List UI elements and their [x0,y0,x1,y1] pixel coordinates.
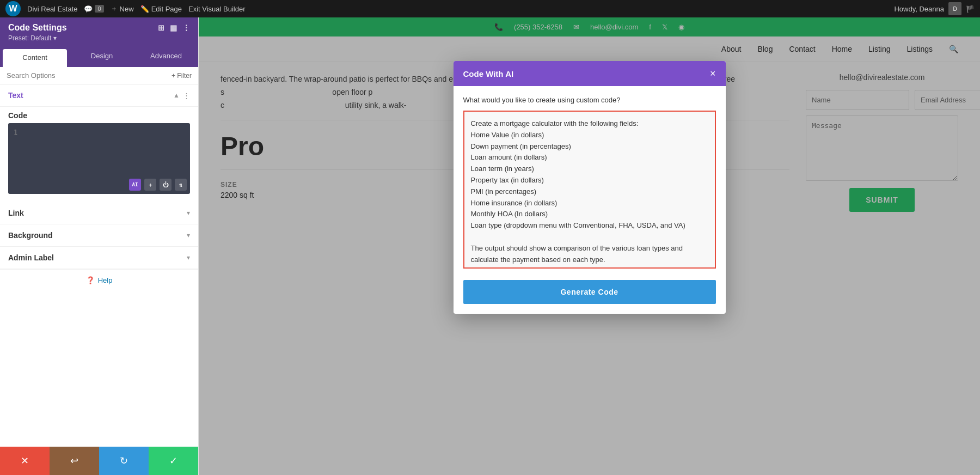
line-number: 1 [14,129,17,136]
code-label: Code [8,111,27,120]
admin-label-title: Admin Label [8,253,54,262]
cancel-icon: ✕ [21,455,29,467]
modal-overlay: Code With AI × What would you like to cr… [199,17,980,475]
link-section-title: Link [8,209,24,217]
ai-modal: Code With AI × What would you like to cr… [454,61,726,314]
text-section-title: Text [8,91,23,100]
wp-admin-bar: W Divi Real Estate 💬 0 ＋ New ✏️ Edit Pag… [0,0,980,17]
background-section-title: Background [8,231,53,240]
bg-collapse-icon[interactable]: ▾ [187,232,190,239]
modal-title: Code With AI [463,69,514,78]
site-name-label: Divi Real Estate [27,5,77,13]
link-section: Link ▾ [0,202,198,224]
modal-footer: Generate Code [454,280,726,314]
panel-bottom-bar: ✕ ↩ ↻ ✓ [0,447,198,475]
close-icon: × [710,68,716,79]
comments-bar-item[interactable]: 💬 0 [84,5,103,13]
preset-chevron: ▾ [53,34,57,42]
ai-icon[interactable]: AI [129,179,141,191]
panel-preset[interactable]: Preset: Default ▾ [8,34,190,42]
text-section: Text ▲ ⋮ [0,84,198,107]
undo-icon: ↩ [70,455,78,467]
left-panel: Code Settings ⊞ ▦ ⋮ Preset: Default ▾ Co… [0,17,199,475]
text-section-header[interactable]: Text ▲ ⋮ [8,91,190,100]
tab-content[interactable]: Content [3,49,67,67]
filter-label: + Filter [171,72,192,80]
preset-text: Preset: Default [8,34,51,42]
edit-page-label: Edit Page [151,5,182,13]
new-label: New [120,5,134,13]
comment-count: 0 [95,5,103,13]
save-icon: ✓ [169,455,177,467]
generate-code-button[interactable]: Generate Code [463,280,716,304]
user-avatar: D [948,2,961,15]
background-section: Background ▾ [0,224,198,247]
section-menu-icon[interactable]: ⋮ [183,92,190,100]
main-layout: Code Settings ⊞ ▦ ⋮ Preset: Default ▾ Co… [0,17,980,475]
panel-title-row: Code Settings ⊞ ▦ ⋮ [8,23,190,33]
code-editor-toolbar: AI ＋ ⏻ ⇅ [129,179,187,191]
undo-button[interactable]: ↩ [50,447,99,475]
add-code-icon[interactable]: ＋ [144,179,156,191]
search-input[interactable] [7,71,167,80]
edit-page-bar-item[interactable]: ✏️ Edit Page [140,5,182,13]
section-collapse-icon[interactable]: ▲ [173,92,180,100]
panel-footer[interactable]: ❓ Help [0,269,198,291]
generate-label: Generate Code [560,288,618,296]
new-bar-item[interactable]: ＋ New [111,4,134,14]
cancel-button[interactable]: ✕ [0,447,50,475]
section-actions: ▲ ⋮ [173,92,190,100]
tab-advanced[interactable]: Advanced [134,46,198,67]
more-icon[interactable]: ⋮ [182,23,190,32]
modal-body: What would you like to create using cust… [454,86,726,280]
panel-search-bar: + Filter [0,67,198,84]
help-label: Help [98,276,113,284]
reorder-icon[interactable]: ⇅ [175,179,187,191]
panel-tabs: Content Design Advanced [0,46,198,67]
help-icon: ❓ [86,276,95,284]
panel-header: Code Settings ⊞ ▦ ⋮ Preset: Default ▾ [0,17,198,46]
panel-spacer [0,291,198,447]
admin-collapse-icon[interactable]: ▾ [187,254,190,261]
power-icon[interactable]: ⏻ [160,179,171,191]
redo-icon: ↻ [120,455,128,467]
save-button[interactable]: ✓ [149,447,198,475]
panel-title-icons: ⊞ ▦ ⋮ [158,23,190,32]
link-collapse-icon[interactable]: ▾ [187,209,190,217]
tab-design[interactable]: Design [70,46,134,67]
admin-label-section: Admin Label ▾ [0,247,198,269]
columns-icon[interactable]: ▦ [170,23,177,32]
wordpress-logo[interactable]: W [5,1,21,16]
right-content: 📞 (255) 352-6258 ✉ hello@divi.com f 𝕏 ◉ … [199,17,980,475]
howdy-text: Howdy, Deanna [894,5,944,13]
modal-question: What would you like to create using cust… [463,96,716,104]
exit-builder-label: Exit Visual Builder [188,5,246,13]
code-editor[interactable]: 1 AI ＋ ⏻ ⇅ [8,123,190,194]
site-name-bar[interactable]: Divi Real Estate [27,5,77,13]
modal-header: Code With AI × [454,61,726,86]
modal-close-button[interactable]: × [710,69,716,78]
redo-button[interactable]: ↻ [99,447,149,475]
filter-button[interactable]: + Filter [171,72,192,80]
user-howdy: Howdy, Deanna D 🏴 [894,2,975,15]
exit-builder-bar-item[interactable]: Exit Visual Builder [188,5,246,13]
ai-prompt-textarea[interactable]: Create a mortgage calculator with the fo… [463,111,716,269]
admin-bar-flag: 🏴 [966,5,975,13]
code-area-wrapper: Code 1 AI ＋ ⏻ ⇅ [0,107,198,202]
responsive-icon[interactable]: ⊞ [158,23,164,32]
panel-title-text: Code Settings [8,23,67,33]
